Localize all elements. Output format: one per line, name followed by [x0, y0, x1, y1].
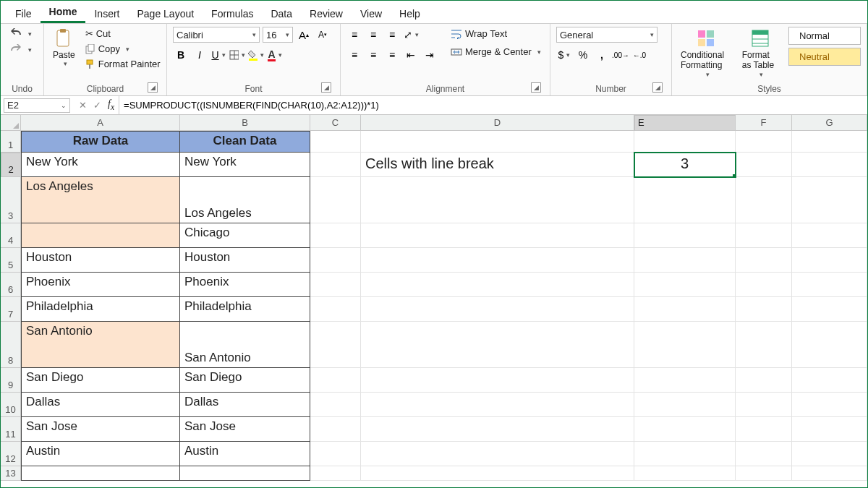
- borders-button[interactable]: ▾: [229, 47, 245, 63]
- tab-review[interactable]: Review: [301, 4, 352, 23]
- accounting-format-icon[interactable]: $▾: [556, 47, 572, 63]
- cell[interactable]: [361, 297, 634, 322]
- cell[interactable]: [634, 466, 736, 481]
- cell[interactable]: Raw Data: [21, 131, 180, 153]
- cell[interactable]: [792, 368, 867, 393]
- cell[interactable]: [21, 466, 180, 481]
- cell[interactable]: [361, 223, 634, 248]
- cell[interactable]: [310, 273, 361, 297]
- cell[interactable]: [634, 223, 736, 248]
- cell[interactable]: Phoenix: [21, 273, 180, 297]
- cell[interactable]: San Antonio: [21, 322, 180, 368]
- cell[interactable]: [736, 177, 792, 223]
- cell[interactable]: Houston: [21, 248, 180, 273]
- increase-decimal-icon[interactable]: .00→: [613, 47, 629, 63]
- cell[interactable]: [361, 322, 634, 368]
- cell[interactable]: [736, 417, 792, 442]
- fx-icon[interactable]: fx: [106, 98, 119, 112]
- row-header-8[interactable]: 8: [1, 322, 21, 368]
- row-header-7[interactable]: 7: [1, 297, 21, 322]
- increase-indent-icon[interactable]: ⇥: [422, 47, 438, 63]
- enter-formula-icon[interactable]: ✓: [90, 100, 103, 111]
- decrease-indent-icon[interactable]: ⇤: [403, 47, 419, 63]
- cell[interactable]: Philadelphia: [21, 297, 180, 322]
- cell[interactable]: [361, 442, 634, 466]
- number-format-select[interactable]: General▾: [556, 27, 658, 43]
- increase-font-icon[interactable]: A▴: [296, 27, 312, 43]
- col-header-G[interactable]: G: [792, 115, 867, 131]
- undo-button[interactable]: ▾: [7, 27, 35, 41]
- cell[interactable]: [736, 273, 792, 297]
- decrease-font-icon[interactable]: A▾: [315, 27, 331, 43]
- cell[interactable]: [361, 248, 634, 273]
- cell[interactable]: [310, 153, 361, 177]
- cell[interactable]: [310, 248, 361, 273]
- cell[interactable]: [792, 131, 867, 153]
- row-header-6[interactable]: 6: [1, 273, 21, 297]
- row-header-3[interactable]: 3: [1, 177, 21, 223]
- cell-style-normal[interactable]: Normal: [788, 27, 861, 45]
- font-name-select[interactable]: Calibri▾: [173, 27, 260, 43]
- cell[interactable]: [361, 466, 634, 481]
- cell[interactable]: [634, 131, 736, 153]
- tab-page-layout[interactable]: Page Layout: [128, 4, 203, 23]
- merge-center-button[interactable]: Merge & Center▾: [448, 45, 544, 59]
- col-header-C[interactable]: C: [310, 115, 361, 131]
- cell[interactable]: [21, 223, 180, 248]
- name-box[interactable]: E2⌄: [4, 98, 70, 113]
- cell[interactable]: Los Angeles: [180, 177, 310, 223]
- select-all-corner[interactable]: [1, 115, 21, 131]
- cell[interactable]: [634, 368, 736, 393]
- cell[interactable]: [634, 442, 736, 466]
- orientation-icon[interactable]: ⤢▾: [403, 27, 419, 43]
- cell[interactable]: [736, 131, 792, 153]
- cell[interactable]: [634, 393, 736, 417]
- cell[interactable]: [634, 322, 736, 368]
- row-header-12[interactable]: 12: [1, 442, 21, 466]
- number-launcher[interactable]: ◢: [652, 82, 663, 93]
- cell[interactable]: [792, 153, 867, 177]
- col-header-B[interactable]: B: [180, 115, 310, 131]
- italic-button[interactable]: I: [192, 47, 208, 63]
- cell[interactable]: [361, 177, 634, 223]
- cell[interactable]: [310, 223, 361, 248]
- cancel-formula-icon[interactable]: ✕: [76, 100, 89, 111]
- cell[interactable]: [361, 368, 634, 393]
- cell[interactable]: Cells with line break: [361, 153, 634, 177]
- cell[interactable]: [310, 466, 361, 481]
- tab-file[interactable]: File: [7, 4, 41, 23]
- align-top-icon[interactable]: ≡: [346, 27, 362, 43]
- cell[interactable]: San Antonio: [180, 322, 310, 368]
- cell[interactable]: San Diego: [21, 368, 180, 393]
- align-right-icon[interactable]: ≡: [384, 47, 400, 63]
- tab-data[interactable]: Data: [262, 4, 301, 23]
- tab-help[interactable]: Help: [391, 4, 429, 23]
- cell[interactable]: [361, 273, 634, 297]
- cell[interactable]: [361, 131, 634, 153]
- cell[interactable]: [792, 393, 867, 417]
- cell[interactable]: Philadelphia: [180, 297, 310, 322]
- cell[interactable]: San Jose: [21, 417, 180, 442]
- font-launcher[interactable]: ◢: [321, 82, 331, 93]
- cell[interactable]: Chicago: [180, 223, 310, 248]
- percent-format-icon[interactable]: %: [575, 47, 591, 63]
- cell[interactable]: [792, 322, 867, 368]
- cell[interactable]: [310, 368, 361, 393]
- cell[interactable]: Phoenix: [180, 273, 310, 297]
- cell[interactable]: [736, 368, 792, 393]
- cell[interactable]: [361, 393, 634, 417]
- cell[interactable]: [634, 177, 736, 223]
- cell[interactable]: [310, 417, 361, 442]
- tab-home[interactable]: Home: [41, 1, 86, 23]
- cell[interactable]: [310, 393, 361, 417]
- row-header-11[interactable]: 11: [1, 417, 21, 442]
- align-bottom-icon[interactable]: ≡: [384, 27, 400, 43]
- cell[interactable]: Houston: [180, 248, 310, 273]
- row-header-13[interactable]: 13: [1, 466, 21, 481]
- format-as-table-button[interactable]: Format as Table▾: [739, 27, 781, 80]
- clipboard-launcher[interactable]: ◢: [148, 82, 158, 93]
- cell[interactable]: Clean Data: [180, 131, 310, 153]
- tab-insert[interactable]: Insert: [85, 4, 128, 23]
- cell[interactable]: New York: [21, 153, 180, 177]
- copy-button[interactable]: Copy▾: [82, 42, 163, 56]
